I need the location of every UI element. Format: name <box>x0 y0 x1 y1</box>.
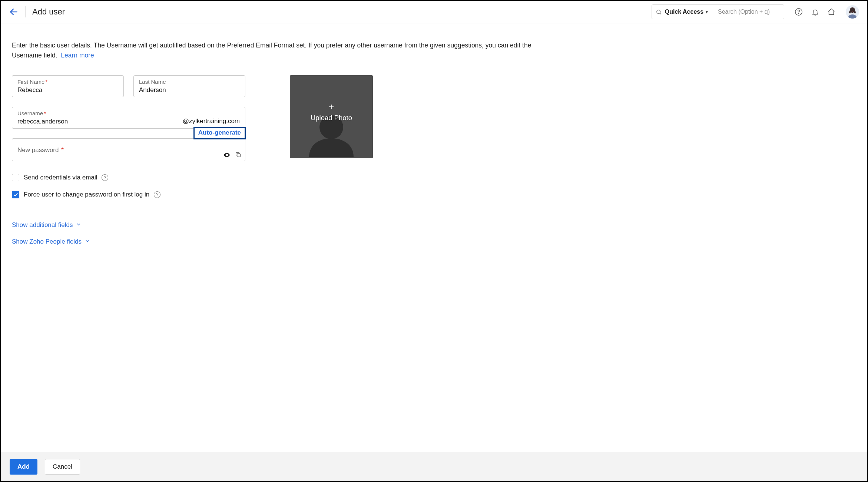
username-label: Username <box>17 110 43 116</box>
header-bar: Add user Quick Access ▼ <box>1 1 867 23</box>
svg-rect-10 <box>237 154 241 157</box>
svg-line-2 <box>660 13 661 14</box>
force-change-help-icon[interactable]: ? <box>154 191 160 198</box>
show-additional-label: Show additional fields <box>12 221 73 229</box>
back-arrow-icon[interactable] <box>9 7 19 17</box>
username-domain: @zylkertraining.com <box>183 118 240 125</box>
svg-point-9 <box>226 154 227 155</box>
last-name-label: Last Name <box>139 79 166 85</box>
send-credentials-row: Send credentials via email ? <box>12 174 256 181</box>
required-asterisk: * <box>60 146 64 154</box>
first-name-field[interactable]: First Name * <box>12 75 124 97</box>
auto-generate-button[interactable]: Auto-generate <box>193 127 246 139</box>
show-additional-link[interactable]: Show additional fields <box>12 221 256 229</box>
svg-point-1 <box>657 10 660 13</box>
upload-photo-box[interactable]: ＋ Upload Photo <box>290 75 373 158</box>
header-icons <box>795 5 859 19</box>
send-credentials-help-icon[interactable]: ? <box>102 174 108 181</box>
quick-access-dropdown[interactable]: Quick Access ▼ <box>665 9 714 15</box>
header-divider <box>25 6 26 17</box>
required-asterisk: * <box>45 79 47 85</box>
upload-photo-label: Upload Photo <box>290 114 373 122</box>
svg-point-4 <box>798 13 799 14</box>
required-asterisk: * <box>44 110 46 116</box>
copy-icon[interactable] <box>235 152 241 158</box>
caret-down-icon: ▼ <box>705 10 709 14</box>
first-name-label: First Name <box>17 79 44 85</box>
eye-icon[interactable] <box>223 151 231 159</box>
upload-photo-content: ＋ Upload Photo <box>290 102 373 122</box>
chevron-down-icon <box>85 238 90 246</box>
avatar[interactable] <box>846 5 859 19</box>
svg-point-8 <box>853 10 854 10</box>
cancel-button[interactable]: Cancel <box>45 459 80 475</box>
username-input[interactable] <box>17 116 183 126</box>
username-field[interactable]: Username * @zylkertraining.com <box>12 107 245 129</box>
quick-access-label: Quick Access <box>665 9 703 15</box>
page-title: Add user <box>32 7 65 17</box>
last-name-field[interactable]: Last Name <box>133 75 245 97</box>
force-change-row: Force user to change password on first l… <box>12 191 256 198</box>
main-content: Enter the basic user details. The Userna… <box>1 23 867 452</box>
force-change-label: Force user to change password on first l… <box>24 191 149 198</box>
home-icon[interactable] <box>827 8 835 16</box>
intro-paragraph: Enter the basic user details. The Userna… <box>12 40 546 60</box>
learn-more-link[interactable]: Learn more <box>61 52 94 59</box>
first-name-input[interactable] <box>17 85 118 95</box>
last-name-input[interactable] <box>139 85 240 95</box>
search-input[interactable] <box>717 8 780 16</box>
help-icon[interactable] <box>795 8 803 16</box>
add-button[interactable]: Add <box>10 459 37 475</box>
chevron-down-icon <box>76 221 82 229</box>
footer-actions: Add Cancel <box>1 452 867 481</box>
password-field[interactable]: Auto-generate New password * <box>12 138 245 161</box>
search-container: Quick Access ▼ <box>652 4 784 19</box>
show-people-label: Show Zoho People fields <box>12 238 82 245</box>
password-label: New password <box>17 146 59 154</box>
show-people-link[interactable]: Show Zoho People fields <box>12 238 256 246</box>
search-icon <box>656 9 662 15</box>
force-change-checkbox[interactable] <box>12 191 19 198</box>
svg-point-7 <box>851 10 852 10</box>
plus-icon: ＋ <box>290 102 373 111</box>
bell-icon[interactable] <box>811 8 819 16</box>
send-credentials-checkbox[interactable] <box>12 174 19 181</box>
send-credentials-label: Send credentials via email <box>24 174 97 181</box>
